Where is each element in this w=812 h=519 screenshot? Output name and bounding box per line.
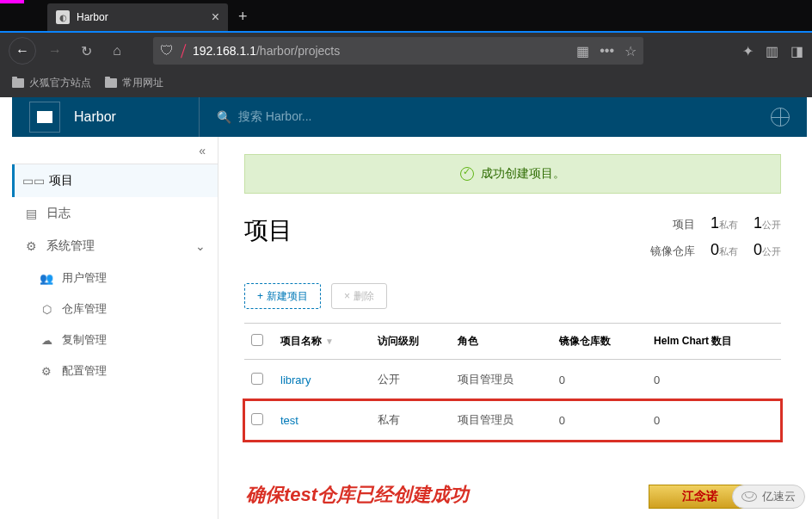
- stat-value: 1: [710, 214, 719, 232]
- nav-bar: ← → ↻ ⌂ 🛡 ⧸ 192.168.1.1/harbor/projects …: [0, 31, 812, 69]
- annotation-text: 确保test仓库已经创建成功: [246, 482, 469, 508]
- library-icon[interactable]: ▥: [766, 43, 778, 59]
- insecure-icon: ⧸: [181, 43, 186, 59]
- watermark: 亿速云: [732, 485, 805, 509]
- repo-icon: ⬡: [40, 302, 53, 316]
- sidebar-item-label: 用户管理: [62, 270, 107, 286]
- admin-icon: ⚙: [24, 239, 38, 253]
- row-checkbox[interactable]: [251, 373, 263, 385]
- check-circle-icon: [460, 167, 474, 181]
- sidebar-collapse[interactable]: «: [12, 137, 218, 164]
- chevron-double-left-icon: «: [199, 144, 206, 158]
- delete-button: ×删除: [331, 283, 387, 309]
- col-role[interactable]: 角色: [451, 324, 552, 360]
- new-tab-button[interactable]: +: [228, 3, 258, 31]
- reload-button[interactable]: ↻: [74, 39, 98, 63]
- sidebar-item-label: 复制管理: [62, 332, 107, 348]
- cloud-icon: [741, 491, 757, 502]
- search-bar[interactable]: 🔍 搜索 Harbor...: [199, 97, 757, 137]
- tab-favicon: ◐: [56, 10, 70, 24]
- bookmark-folder[interactable]: 常用网址: [105, 76, 163, 90]
- app-title: Harbor: [74, 109, 116, 125]
- shield-icon: 🛡: [160, 43, 174, 59]
- sidebar-sub-replicate[interactable]: ☁复制管理: [12, 324, 218, 355]
- sidebar-item-label: 系统管理: [46, 238, 95, 254]
- stat-value: 1: [754, 214, 762, 232]
- sidebar: « ▭▭ 项目 ▤ 日志 ⚙ 系统管理 ⌄ 👥用户管理 ⬡仓库管理 ☁复制管理 …: [12, 137, 218, 519]
- stat-label: 项目: [673, 217, 695, 232]
- sidebar-item-label: 仓库管理: [62, 301, 107, 317]
- sidebar-item-label: 项目: [49, 173, 73, 188]
- tab-strip: ◐ Harbor × +: [0, 0, 812, 31]
- content: 成功创建项目。 项目 项目 1私有 1公开 镜像仓库 0私有 0公开 +新建项目…: [218, 137, 807, 519]
- col-name[interactable]: 项目名称▼: [274, 324, 371, 360]
- globe-icon[interactable]: [771, 108, 790, 127]
- row-checkbox[interactable]: [251, 413, 263, 425]
- logs-icon: ▤: [24, 207, 38, 220]
- projects-icon: ▭▭: [27, 174, 40, 188]
- sidebar-item-logs[interactable]: ▤ 日志: [12, 197, 218, 230]
- table-row-highlighted[interactable]: test 私有 项目管理员 0 0: [244, 400, 781, 441]
- browser-tab[interactable]: ◐ Harbor ×: [47, 3, 228, 31]
- extensions-icon[interactable]: ✦: [742, 43, 754, 59]
- gear-icon: ⚙: [40, 364, 53, 378]
- forward-button[interactable]: →: [43, 39, 67, 63]
- col-charts[interactable]: Helm Chart 数目: [647, 324, 781, 360]
- app-logo[interactable]: [29, 102, 60, 133]
- sidebar-sub-repo[interactable]: ⬡仓库管理: [12, 293, 218, 324]
- sidebar-icon[interactable]: ◨: [790, 43, 803, 59]
- back-button[interactable]: ←: [9, 37, 36, 65]
- sidebar-item-projects[interactable]: ▭▭ 项目: [12, 164, 218, 197]
- url-text: 192.168.1.1/harbor/projects: [193, 44, 569, 58]
- sort-icon: ▼: [325, 337, 334, 346]
- qr-icon[interactable]: ▦: [576, 43, 589, 59]
- col-repos[interactable]: 镜像仓库数: [552, 324, 647, 360]
- page-actions-icon[interactable]: •••: [600, 43, 614, 59]
- sidebar-sub-users[interactable]: 👥用户管理: [12, 263, 218, 293]
- stats: 项目 1私有 1公开 镜像仓库 0私有 0公开: [650, 214, 781, 268]
- bookmark-folder[interactable]: 火狐官方站点: [12, 76, 91, 90]
- chevron-down-icon: ⌄: [195, 239, 206, 253]
- search-placeholder: 搜索 Harbor...: [238, 109, 312, 125]
- home-button[interactable]: ⌂: [105, 39, 129, 63]
- stat-label: 镜像仓库: [650, 244, 695, 259]
- project-link[interactable]: test: [280, 414, 298, 427]
- users-icon: 👥: [40, 271, 53, 285]
- stat-value: 0: [710, 241, 719, 258]
- sidebar-item-label: 配置管理: [62, 363, 107, 379]
- page-title: 项目: [244, 214, 292, 247]
- sidebar-sub-config[interactable]: ⚙配置管理: [12, 355, 218, 386]
- plus-icon: +: [257, 290, 263, 302]
- close-icon[interactable]: ×: [212, 9, 219, 25]
- folder-icon: [105, 78, 117, 88]
- sidebar-item-admin[interactable]: ⚙ 系统管理 ⌄: [12, 230, 218, 263]
- tab-title: Harbor: [77, 11, 212, 23]
- bookmark-star-icon[interactable]: ☆: [624, 43, 637, 59]
- bookmark-bar: 火狐官方站点 常用网址: [0, 69, 812, 97]
- x-icon: ×: [344, 290, 350, 302]
- folder-icon: [12, 78, 24, 88]
- stat-value: 0: [754, 241, 762, 258]
- app-header: Harbor 🔍 搜索 Harbor...: [12, 97, 807, 137]
- projects-table: 项目名称▼ 访问级别 角色 镜像仓库数 Helm Chart 数目 librar…: [244, 323, 781, 441]
- alert-text: 成功创建项目。: [481, 166, 565, 182]
- project-link[interactable]: library: [280, 374, 311, 386]
- url-bar[interactable]: 🛡 ⧸ 192.168.1.1/harbor/projects ▦ ••• ☆: [153, 37, 643, 65]
- select-all-checkbox[interactable]: [251, 334, 263, 346]
- table-row[interactable]: library 公开 项目管理员 0 0: [244, 360, 781, 400]
- browser-chrome: ◐ Harbor × + ← → ↻ ⌂ 🛡 ⧸ 192.168.1.1/har…: [0, 0, 812, 97]
- replicate-icon: ☁: [40, 333, 53, 347]
- new-project-button[interactable]: +新建项目: [244, 283, 321, 309]
- sidebar-item-label: 日志: [46, 206, 71, 221]
- search-icon: 🔍: [217, 110, 231, 124]
- success-alert: 成功创建项目。: [244, 154, 781, 194]
- col-access[interactable]: 访问级别: [371, 324, 451, 360]
